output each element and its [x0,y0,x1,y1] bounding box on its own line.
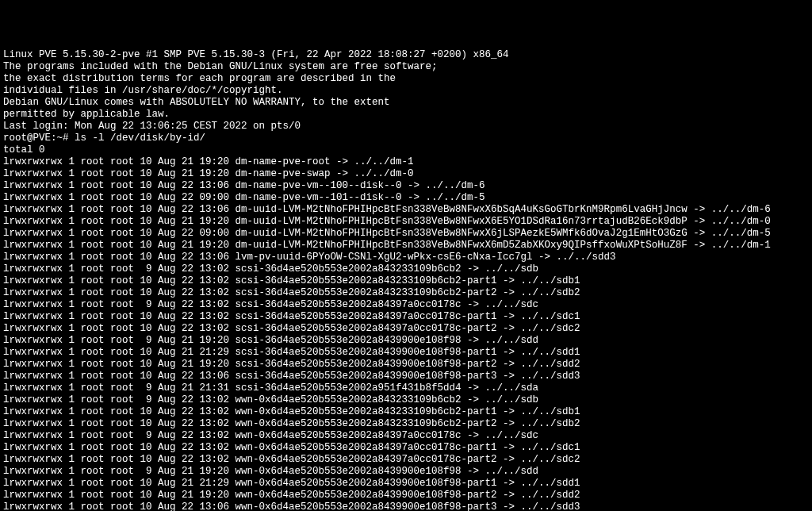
ls-entry: lrwxrwxrwx 1 root root 9 Aug 21 19:20 sc… [3,335,809,347]
motd-line: permitted by applicable law. [3,109,809,121]
ls-entry: lrwxrwxrwx 1 root root 10 Aug 21 19:20 w… [3,490,809,501]
ls-entry: lrwxrwxrwx 1 root root 10 Aug 22 13:02 s… [3,275,809,287]
ls-entry: lrwxrwxrwx 1 root root 10 Aug 21 19:20 d… [3,156,809,168]
kernel-line: Linux PVE 5.15.30-2-pve #1 SMP PVE 5.15.… [3,49,809,61]
ls-entry: lrwxrwxrwx 1 root root 9 Aug 21 21:31 sc… [3,382,809,394]
prompt: root@PVE:~# [3,133,75,144]
ls-entry: lrwxrwxrwx 1 root root 10 Aug 22 13:02 w… [3,418,809,430]
ls-entry: lrwxrwxrwx 1 root root 10 Aug 21 19:20 d… [3,240,809,252]
ls-entry: lrwxrwxrwx 1 root root 10 Aug 22 13:02 w… [3,406,809,418]
ls-entry: lrwxrwxrwx 1 root root 10 Aug 21 19:20 d… [3,216,809,228]
motd-line: the exact distribution terms for each pr… [3,73,809,85]
ls-entry: lrwxrwxrwx 1 root root 10 Aug 22 13:02 w… [3,454,809,466]
ls-entry: lrwxrwxrwx 1 root root 10 Aug 22 09:00 d… [3,228,809,240]
ls-entry: lrwxrwxrwx 1 root root 10 Aug 22 13:06 l… [3,252,809,263]
ls-entry: lrwxrwxrwx 1 root root 9 Aug 22 13:02 ww… [3,394,809,406]
ls-entry: lrwxrwxrwx 1 root root 10 Aug 22 13:06 w… [3,501,809,511]
ls-entry: lrwxrwxrwx 1 root root 9 Aug 22 13:02 sc… [3,263,809,275]
terminal-output[interactable]: Linux PVE 5.15.30-2-pve #1 SMP PVE 5.15.… [3,49,809,511]
ls-entry: lrwxrwxrwx 1 root root 9 Aug 22 13:02 ww… [3,430,809,442]
ls-entry: lrwxrwxrwx 1 root root 10 Aug 22 13:02 s… [3,323,809,335]
prompt-line: root@PVE:~# ls -l /dev/disk/by-id/ [3,133,809,144]
ls-entry: lrwxrwxrwx 1 root root 10 Aug 21 21:29 s… [3,347,809,359]
ls-entry: lrwxrwxrwx 1 root root 9 Aug 21 19:20 ww… [3,466,809,478]
total-line: total 0 [3,144,809,156]
ls-entry: lrwxrwxrwx 1 root root 10 Aug 22 13:06 d… [3,204,809,216]
ls-entry: lrwxrwxrwx 1 root root 10 Aug 22 13:02 s… [3,311,809,323]
ls-entry: lrwxrwxrwx 1 root root 10 Aug 21 21:29 w… [3,478,809,490]
last-login-line: Last login: Mon Aug 22 13:06:25 CEST 202… [3,121,809,133]
motd-line: Debian GNU/Linux comes with ABSOLUTELY N… [3,97,809,109]
ls-entry: lrwxrwxrwx 1 root root 10 Aug 22 09:00 d… [3,192,809,204]
ls-entry: lrwxrwxrwx 1 root root 10 Aug 22 13:06 d… [3,180,809,192]
ls-entry: lrwxrwxrwx 1 root root 9 Aug 22 13:02 sc… [3,299,809,311]
ls-entry: lrwxrwxrwx 1 root root 10 Aug 22 13:02 w… [3,442,809,454]
motd-line: The programs included with the Debian GN… [3,61,809,73]
ls-entry: lrwxrwxrwx 1 root root 10 Aug 21 19:20 s… [3,359,809,371]
command-text: ls -l /dev/disk/by-id/ [75,133,205,144]
ls-entry: lrwxrwxrwx 1 root root 10 Aug 22 13:02 s… [3,287,809,299]
ls-entry: lrwxrwxrwx 1 root root 10 Aug 22 13:06 s… [3,371,809,382]
motd-line: individual files in /usr/share/doc/*/cop… [3,85,809,97]
ls-entry: lrwxrwxrwx 1 root root 10 Aug 21 19:20 d… [3,168,809,180]
